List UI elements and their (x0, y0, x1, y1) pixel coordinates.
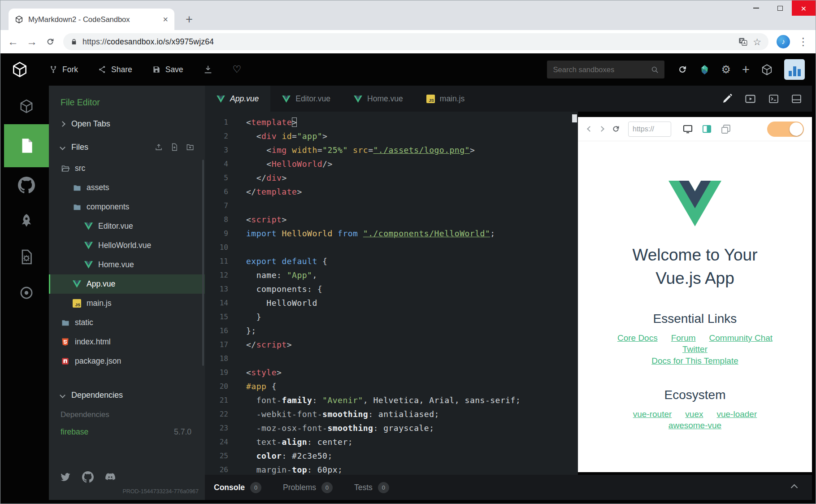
twitter-icon[interactable] (60, 471, 71, 483)
link-vue-loader[interactable]: vue-loader (716, 408, 757, 420)
new-folder-icon[interactable] (186, 143, 194, 151)
code-line[interactable]: } (246, 310, 578, 324)
file-tree-item-src[interactable]: src (49, 159, 205, 178)
live-reload-toggle[interactable] (767, 122, 804, 137)
statusbar-tests[interactable]: Tests0 (354, 482, 389, 493)
dependency-row[interactable]: firebase5.7.0 (49, 419, 205, 437)
forward-icon[interactable]: → (26, 36, 37, 47)
code-line[interactable]: name: "App", (246, 268, 578, 282)
code-line[interactable]: </template> (246, 185, 578, 199)
console-panel-icon[interactable] (791, 93, 802, 104)
back-icon[interactable]: ← (8, 36, 18, 47)
file-tree-item-HelloWorld.vue[interactable]: HelloWorld.vue (49, 236, 205, 255)
file-tree-item-components[interactable]: components (49, 197, 205, 217)
rail-sandbox-cube-icon[interactable] (4, 88, 49, 124)
code-line[interactable]: </script> (246, 338, 578, 352)
link-vuex[interactable]: vuex (685, 408, 703, 420)
statusbar-problems[interactable]: Problems0 (283, 482, 333, 493)
code-line[interactable]: #app { (246, 379, 578, 393)
open-tabs-section[interactable]: Open Tabs (49, 112, 205, 135)
file-tree-item-Home.vue[interactable]: Home.vue (49, 255, 205, 274)
bookmark-star-icon[interactable]: ☆ (753, 37, 761, 47)
link-vue-router[interactable]: vue-router (633, 408, 672, 420)
link-twitter[interactable]: Twitter (682, 343, 707, 355)
browser-menu-icon[interactable]: ⋮ (798, 37, 808, 47)
dependencies-section[interactable]: Dependencies (49, 383, 205, 407)
fork-button[interactable]: Fork (49, 65, 78, 74)
rail-github-icon[interactable] (4, 167, 49, 203)
refresh-icon[interactable] (677, 64, 688, 75)
code-line[interactable]: -moz-osx-font-smoothing: grayscale; (246, 421, 578, 435)
editor-scrollbar[interactable] (572, 114, 577, 122)
file-tree-item-static[interactable]: static (49, 313, 205, 332)
prettify-pencil-icon[interactable] (722, 93, 733, 104)
chevron-up-icon[interactable] (791, 484, 798, 491)
code-line[interactable]: <div id="app"> (246, 129, 578, 143)
upload-icon[interactable] (155, 143, 163, 151)
file-tree-item-assets[interactable]: assets (49, 178, 205, 197)
code-line[interactable]: margin-top: 60px; (246, 463, 578, 475)
github-icon[interactable] (82, 471, 94, 483)
code-line[interactable] (246, 240, 578, 254)
rail-file-editor-icon[interactable] (4, 124, 49, 167)
code-line[interactable]: text-align: center; (246, 435, 578, 449)
code-line[interactable]: }; (246, 324, 578, 338)
code-line[interactable]: <HelloWorld/> (246, 157, 578, 171)
code-editor[interactable]: 1234567891011121314151617181920212223242… (205, 112, 578, 475)
code-line[interactable]: HelloWorld (246, 296, 578, 310)
new-file-icon[interactable] (170, 143, 178, 151)
file-tree-item-main.js[interactable]: JSmain.js (49, 294, 205, 313)
editor-tab-main.js[interactable]: JSmain.js (415, 86, 476, 112)
save-button[interactable]: Save (152, 65, 183, 74)
code-line[interactable] (246, 352, 578, 365)
preview-video-icon[interactable] (744, 93, 756, 105)
code-line[interactable]: <script> (246, 213, 578, 226)
rail-deployment-icon[interactable] (4, 239, 49, 275)
close-button[interactable]: × (792, 0, 816, 16)
extension-music-icon[interactable]: ♪ (777, 35, 790, 48)
preview-back-icon[interactable] (587, 126, 593, 132)
user-avatar[interactable] (784, 59, 805, 80)
link-community-chat[interactable]: Community Chat (709, 332, 773, 343)
link-forum[interactable]: Forum (671, 332, 696, 343)
link-awesome-vue[interactable]: awesome-vue (668, 420, 721, 431)
cube-icon[interactable] (761, 64, 773, 76)
code-line[interactable]: components: { (246, 282, 578, 296)
maximize-button[interactable] (768, 0, 792, 16)
rail-live-icon[interactable] (4, 275, 49, 311)
file-tree-item-package.json[interactable]: package.json (49, 352, 205, 371)
code-line[interactable]: font-family: "Avenir", Helvetica, Arial,… (246, 393, 578, 407)
editor-code[interactable]: <template> <div id="app"> <img width="25… (234, 115, 578, 475)
translate-icon[interactable] (738, 37, 748, 47)
new-tab-button[interactable]: + (182, 12, 197, 27)
code-line[interactable]: import HelloWorld from "./components/Hel… (246, 226, 578, 240)
terminal-icon[interactable] (768, 93, 779, 104)
file-tree-item-App.vue[interactable]: App.vue (49, 274, 205, 294)
link-core-docs[interactable]: Core Docs (617, 332, 658, 343)
search-input[interactable] (552, 65, 651, 74)
file-tree-item-index.html[interactable]: index.html (49, 332, 205, 352)
gem-icon[interactable] (699, 64, 710, 75)
code-line[interactable]: -webkit-font-smoothing: antialiased; (246, 407, 578, 421)
code-line[interactable] (246, 199, 578, 213)
minimize-button[interactable] (744, 0, 768, 16)
code-line[interactable]: color: #2c3e50; (246, 449, 578, 463)
preview-address-bar[interactable]: https:// (628, 122, 671, 137)
discord-icon[interactable] (104, 471, 116, 483)
code-line[interactable]: <style> (246, 365, 578, 379)
explorer-scrollbar[interactable] (202, 160, 204, 366)
codesandbox-logo-icon[interactable] (11, 61, 28, 78)
download-icon[interactable] (203, 65, 213, 74)
like-heart-icon[interactable]: ♡ (233, 65, 242, 74)
reload-icon[interactable] (45, 37, 55, 47)
tab-close-icon[interactable]: × (163, 15, 168, 24)
code-line[interactable]: </div> (246, 171, 578, 185)
preview-reload-icon[interactable] (611, 124, 621, 134)
editor-tab-Home.vue[interactable]: Home.vue (342, 86, 415, 112)
files-section[interactable]: Files (49, 135, 205, 159)
code-line[interactable]: export default { (246, 254, 578, 268)
file-tree-item-Editor.vue[interactable]: Editor.vue (49, 217, 205, 236)
preview-forward-icon[interactable] (599, 126, 604, 132)
address-bar[interactable]: https://codesandbox.io/s/x9975wjz64 ☆ (63, 33, 768, 50)
share-button[interactable]: Share (98, 65, 132, 74)
